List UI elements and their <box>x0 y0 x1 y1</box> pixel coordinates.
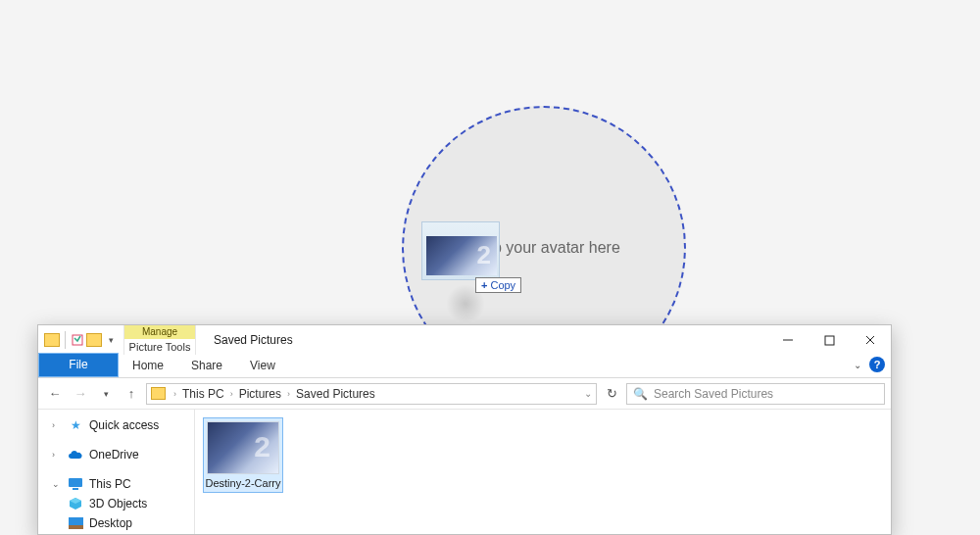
tab-picture-tools[interactable]: Picture Tools <box>124 339 195 355</box>
search-placeholder: Search Saved Pictures <box>654 387 773 401</box>
tab-view[interactable]: View <box>236 355 289 377</box>
star-icon: ★ <box>68 418 83 432</box>
sidebar-item-documents[interactable]: Documents <box>38 533 194 534</box>
help-icon[interactable]: ? <box>869 357 885 372</box>
tab-file[interactable]: File <box>38 353 119 377</box>
search-box[interactable]: 🔍 Search Saved Pictures <box>626 383 885 405</box>
contextual-tab-manage[interactable]: Manage <box>124 325 195 339</box>
chevron-right-icon: › <box>228 389 235 399</box>
navigation-pane: › ★ Quick access › OneDrive ⌄ This PC <box>38 410 195 534</box>
window-title: Saved Pictures <box>196 325 767 355</box>
nav-back-button[interactable]: ← <box>44 383 66 405</box>
navigation-bar: ← → ▾ ↑ › This PC › Pictures › Saved Pic… <box>38 378 891 410</box>
file-name: Destiny-2-Carry <box>206 477 281 489</box>
drag-copy-label: Copy <box>490 279 515 291</box>
monitor-icon <box>68 477 83 491</box>
plus-icon: + <box>481 279 487 291</box>
expand-icon[interactable]: › <box>52 450 62 460</box>
sidebar-label: OneDrive <box>89 448 139 462</box>
sidebar-label: This PC <box>89 477 131 491</box>
cloud-icon <box>68 448 83 462</box>
ribbon-expand-icon[interactable]: ⌄ <box>854 360 861 370</box>
qat-dropdown-icon[interactable]: ▾ <box>104 333 118 347</box>
svg-rect-10 <box>69 525 83 529</box>
maximize-button[interactable] <box>808 325 850 355</box>
contextual-tab-group: Manage Picture Tools <box>123 325 196 355</box>
nav-up-button[interactable]: ↑ <box>121 383 142 405</box>
cube-icon <box>68 497 83 511</box>
window-controls <box>767 325 891 355</box>
expand-icon[interactable]: › <box>52 420 62 430</box>
minimize-button[interactable] <box>767 325 808 355</box>
tab-home[interactable]: Home <box>119 355 177 377</box>
sidebar-label: 3D Objects <box>89 497 147 511</box>
titlebar: ▾ Manage Picture Tools Saved Pictures <box>38 325 891 355</box>
chevron-right-icon: › <box>285 389 292 399</box>
svg-rect-5 <box>69 478 82 487</box>
ribbon-tabs: File Home Share View ⌄ ? <box>38 355 891 378</box>
sidebar-label: Quick access <box>89 418 159 432</box>
refresh-button[interactable]: ↻ <box>601 386 622 401</box>
sidebar-item-desktop[interactable]: Desktop <box>38 513 194 533</box>
new-folder-icon[interactable] <box>86 333 102 347</box>
drag-copy-badge: + Copy <box>475 277 521 293</box>
svg-rect-2 <box>825 336 834 345</box>
address-bar[interactable]: › This PC › Pictures › Saved Pictures ⌄ <box>146 383 597 405</box>
nav-forward-button[interactable]: → <box>70 383 91 405</box>
svg-rect-6 <box>73 488 78 490</box>
dragged-thumbnail <box>421 221 500 280</box>
sidebar-item-quick-access[interactable]: › ★ Quick access <box>38 415 194 435</box>
search-icon: 🔍 <box>633 387 648 401</box>
content-pane[interactable]: Destiny-2-Carry <box>195 410 891 534</box>
sidebar-label: Desktop <box>89 516 132 530</box>
sidebar-item-3d-objects[interactable]: 3D Objects <box>38 494 194 513</box>
address-dropdown-icon[interactable]: ⌄ <box>584 388 592 399</box>
collapse-icon[interactable]: ⌄ <box>52 479 62 489</box>
breadcrumb-mid[interactable]: Pictures <box>239 387 281 401</box>
sidebar-item-onedrive[interactable]: › OneDrive <box>38 445 194 464</box>
chevron-right-icon: › <box>172 389 178 399</box>
breadcrumb-leaf[interactable]: Saved Pictures <box>296 387 375 401</box>
file-thumbnail <box>207 421 279 474</box>
file-explorer-window: ▾ Manage Picture Tools Saved Pictures Fi… <box>37 324 892 535</box>
nav-recent-dropdown[interactable]: ▾ <box>95 383 117 405</box>
dragged-thumbnail-image <box>426 236 497 275</box>
folder-icon <box>44 333 60 347</box>
desktop-icon <box>68 516 83 530</box>
explorer-body: › ★ Quick access › OneDrive ⌄ This PC <box>38 410 891 534</box>
address-folder-icon <box>151 387 166 400</box>
close-button[interactable] <box>850 325 891 355</box>
quick-access-toolbar: ▾ <box>38 325 123 355</box>
sidebar-item-this-pc[interactable]: ⌄ This PC <box>38 474 194 494</box>
tab-share[interactable]: Share <box>177 355 236 377</box>
qat-divider <box>65 331 66 349</box>
breadcrumb-root[interactable]: This PC <box>182 387 224 401</box>
file-item[interactable]: Destiny-2-Carry <box>203 417 283 493</box>
properties-icon[interactable] <box>71 333 84 347</box>
